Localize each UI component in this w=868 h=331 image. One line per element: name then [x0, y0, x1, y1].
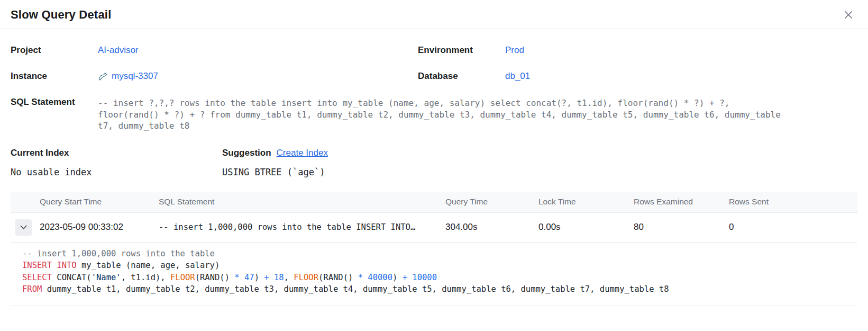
col-lock-time: Lock Time [538, 197, 634, 207]
sql-line: FROM dummy_table t1, dummy_table t2, dum… [22, 283, 847, 296]
dialog-header: Slow Query Detail [0, 0, 868, 29]
sql-line: INSERT INTO my_table (name, age, salary) [22, 260, 847, 272]
col-query-start-time: Query Start Time [40, 197, 159, 207]
close-icon[interactable] [843, 9, 854, 21]
environment-label: Environment [418, 45, 505, 56]
col-rows-examined: Rows Examined [634, 197, 729, 207]
col-rows-sent: Rows Sent [729, 197, 857, 207]
project-link[interactable]: AI-advisor [98, 45, 139, 56]
sql-statement-label: SQL Statement [11, 97, 98, 108]
cell-rows-sent: 0 [729, 222, 857, 232]
col-query-time: Query Time [445, 197, 538, 207]
sql-line: SELECT CONCAT('Name', t1.id), FLOOR(RAND… [22, 272, 847, 284]
cell-rows-examined: 80 [634, 222, 729, 232]
environment-link[interactable]: Prod [505, 45, 524, 56]
database-label: Database [418, 71, 505, 82]
cell-query-start-time: 2023-05-09 00:33:02 [40, 222, 159, 232]
current-index-value: No usable index [11, 167, 222, 177]
database-link[interactable]: db_01 [505, 71, 530, 82]
suggestion-label: Suggestion [222, 148, 271, 158]
index-section: Current Index Suggestion Create Index No… [0, 146, 868, 177]
instance-link[interactable]: mysql-3307 [112, 71, 158, 82]
cell-lock-time: 0.00s [538, 222, 634, 232]
current-index-label: Current Index [11, 148, 222, 158]
expanded-sql: -- insert 1,000,000 rows into the tableI… [11, 242, 857, 306]
info-section: Project AI-advisor Environment Prod Inst… [0, 29, 868, 132]
cell-query-time: 304.00s [445, 222, 538, 232]
chevron-down-icon [20, 225, 27, 230]
cell-sql-statement: -- insert 1,000,000 rows into the table … [159, 222, 445, 232]
sql-line: -- insert 1,000,000 rows into the table [22, 248, 847, 260]
table-header-row: Query Start Time SQL Statement Query Tim… [11, 192, 857, 212]
create-index-link[interactable]: Create Index [277, 148, 328, 158]
slow-query-table: Query Start Time SQL Statement Query Tim… [11, 192, 857, 306]
sql-statement-text: -- insert ?,?,? rows into the table inse… [98, 97, 781, 132]
mysql-icon [98, 71, 108, 82]
suggestion-value: USING BTREE (`age`) [222, 167, 325, 177]
page-title: Slow Query Detail [11, 8, 111, 22]
instance-label: Instance [11, 71, 98, 82]
collapse-row-button[interactable] [15, 219, 32, 236]
project-label: Project [11, 45, 98, 56]
table-row[interactable]: 2023-05-09 00:33:02 -- insert 1,000,000 … [11, 212, 857, 242]
col-sql-statement: SQL Statement [159, 197, 445, 207]
